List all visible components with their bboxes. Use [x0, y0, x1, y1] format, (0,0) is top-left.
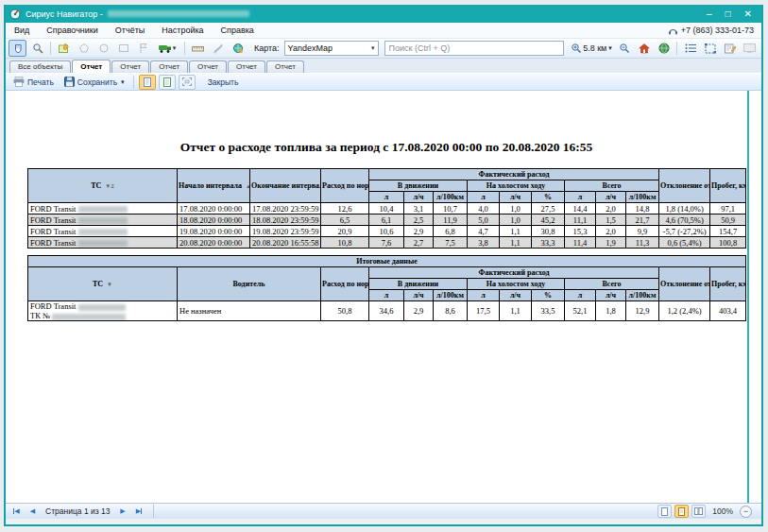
cell-moving-lp100: 7,5: [434, 237, 468, 249]
minimize-button[interactable]: –: [707, 6, 712, 22]
rectangle-tool-button[interactable]: [114, 40, 132, 57]
cell-idle-lph: 1,0: [500, 215, 532, 226]
col-header-pct[interactable]: %: [532, 290, 565, 301]
col-header-deviation[interactable]: Отклонение от нормы, л: [659, 267, 710, 301]
col-header-l[interactable]: л: [369, 290, 404, 301]
view-normal-button[interactable]: [657, 505, 672, 518]
pan-hand-button[interactable]: [9, 40, 26, 57]
col-header-lp100[interactable]: л/100км: [434, 290, 468, 301]
col-header-lph[interactable]: л/ч: [500, 192, 532, 203]
cell-mileage: 97,1: [710, 203, 746, 215]
col-header-pct[interactable]: %: [532, 192, 565, 203]
search-input[interactable]: [384, 41, 564, 56]
redacted-plate: [78, 304, 126, 311]
col-header-lph[interactable]: л/ч: [500, 290, 532, 301]
col-header-end[interactable]: Окончание интервала: [250, 169, 321, 203]
menu-help[interactable]: Справка: [213, 23, 263, 38]
map-provider-select[interactable]: YandexMap ▾: [284, 41, 379, 56]
globe-button[interactable]: [655, 40, 673, 57]
view-multi-page-button[interactable]: [691, 505, 706, 518]
tab-report-3[interactable]: Отчет: [150, 60, 188, 73]
col-header-start[interactable]: Начало интервала▲: [178, 169, 250, 203]
zoom-in-scale-button[interactable]: 5.8 км ▾: [570, 40, 613, 57]
object-list-button[interactable]: [681, 40, 699, 57]
redacted-plate: [78, 240, 128, 247]
report-toolbar: Печать Сохранить ▾ Закрыть: [6, 73, 761, 91]
col-header-deviation[interactable]: Отклонение от нормы, л: [659, 169, 710, 203]
ruler-button[interactable]: [189, 40, 207, 57]
col-header-l[interactable]: л: [565, 192, 596, 203]
col-header-driver[interactable]: Водитель: [178, 267, 321, 301]
col-header-mileage[interactable]: Пробег, км: [710, 169, 746, 203]
view-page-layout-button[interactable]: [674, 505, 689, 518]
cell-mileage: 50,9: [710, 215, 746, 226]
col-header-lph[interactable]: л/ч: [596, 290, 626, 301]
col-header-l[interactable]: л: [468, 290, 500, 301]
toolbar-separator: [50, 42, 51, 55]
col-group-idle[interactable]: На холостом ходу: [468, 279, 565, 290]
monitor-button[interactable]: [741, 40, 759, 57]
route-button[interactable]: [209, 40, 227, 57]
tab-report-active[interactable]: Отчет: [72, 60, 111, 73]
home-button[interactable]: [635, 40, 653, 57]
col-header-norm[interactable]: Расход по норме, л: [321, 169, 369, 203]
selection-frame-button[interactable]: [701, 40, 719, 57]
menu-view[interactable]: Вид: [6, 23, 38, 38]
col-header-lph[interactable]: л/ч: [404, 192, 434, 203]
col-group-actual[interactable]: Фактический расход: [369, 169, 659, 180]
geozones-button[interactable]: [229, 40, 247, 57]
flag-tool-button[interactable]: [134, 40, 152, 57]
col-header-tc[interactable]: ТС▼: [28, 267, 178, 301]
menu-reports[interactable]: Отчёты: [107, 23, 153, 38]
col-header-lph[interactable]: л/ч: [404, 290, 434, 301]
circle-tool-button[interactable]: [94, 40, 112, 57]
zoom-select-button[interactable]: [28, 40, 46, 57]
cell-total-l: 52,1: [565, 301, 596, 321]
save-button[interactable]: Сохранить ▾: [60, 75, 128, 89]
col-header-lp100[interactable]: л/100км: [626, 192, 659, 203]
polygon-tool-button[interactable]: [75, 40, 93, 57]
view-fit-width-button[interactable]: [179, 75, 196, 90]
col-header-lph[interactable]: л/ч: [596, 192, 626, 203]
col-group-total[interactable]: Всего: [565, 180, 659, 192]
col-header-lp100[interactable]: л/100км: [434, 192, 468, 203]
close-report-button[interactable]: Закрыть: [204, 75, 243, 89]
tab-report-6[interactable]: Отчет: [266, 60, 304, 73]
print-button[interactable]: Печать: [9, 75, 58, 89]
first-page-button[interactable]: ◀: [9, 505, 24, 518]
close-button[interactable]: ✕: [744, 6, 752, 22]
cell-mileage: 100,8: [710, 237, 746, 249]
col-group-total[interactable]: Всего: [565, 279, 659, 290]
tab-report-2[interactable]: Отчет: [111, 60, 149, 73]
col-header-lp100[interactable]: л/100км: [626, 290, 659, 301]
col-group-moving[interactable]: В движении: [369, 180, 468, 192]
col-group-actual[interactable]: Фактический расход: [369, 267, 659, 279]
col-header-norm[interactable]: Расход по норме, л: [321, 267, 369, 301]
tab-report-4[interactable]: Отчет: [189, 60, 227, 73]
maximize-button[interactable]: □: [725, 6, 731, 22]
previous-page-button[interactable]: ◀: [26, 505, 40, 518]
edit-map-button[interactable]: [55, 40, 73, 57]
tab-report-5[interactable]: Отчет: [228, 60, 265, 73]
col-header-l[interactable]: л: [468, 192, 500, 203]
menu-settings[interactable]: Настройка: [153, 23, 212, 38]
tab-all-objects[interactable]: Все объекты: [9, 60, 71, 73]
next-page-button[interactable]: ▶: [115, 505, 129, 518]
col-header-tc[interactable]: ТС▼2: [28, 169, 178, 203]
zoom-out-button[interactable]: [615, 40, 633, 57]
zoom-decrease-button[interactable]: −: [740, 506, 752, 518]
edit-note-button[interactable]: [721, 40, 739, 57]
col-header-mileage[interactable]: Пробег, км: [710, 267, 746, 301]
col-header-l[interactable]: л: [565, 290, 596, 301]
menu-directories[interactable]: Справочники: [38, 23, 107, 38]
cell-moving-l: 6,1: [369, 215, 404, 226]
view-continuous-button[interactable]: [159, 75, 176, 90]
col-group-idle[interactable]: На холостом ходу: [468, 180, 565, 192]
cell-norm: 50,8: [321, 301, 369, 321]
view-single-page-button[interactable]: [139, 75, 156, 90]
last-page-button[interactable]: ▶: [131, 505, 145, 518]
cell-idle-l: 5,0: [468, 215, 500, 226]
vehicle-dropdown-button[interactable]: ▾: [154, 40, 180, 57]
col-group-moving[interactable]: В движении: [369, 279, 468, 290]
col-header-l[interactable]: л: [369, 192, 404, 203]
